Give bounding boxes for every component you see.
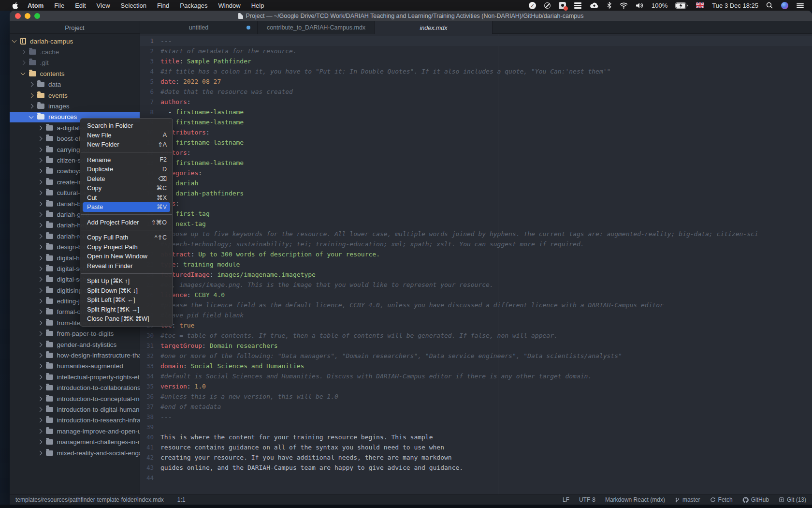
chevron-right-icon[interactable] [37, 342, 42, 347]
zoom-button[interactable] [34, 13, 40, 19]
git-branch-indicator[interactable]: master [675, 496, 700, 503]
code-line[interactable]: 29toc: true [140, 320, 812, 330]
code-line[interactable]: 17tags: [140, 198, 812, 209]
chevron-right-icon[interactable] [37, 136, 42, 141]
code-line[interactable]: 43guides online, and the DARIAH-Campus t… [140, 463, 812, 473]
editor-tab[interactable]: index.mdx [375, 21, 493, 34]
chevron-right-icon[interactable] [37, 255, 42, 260]
chevron-right-icon[interactable] [37, 179, 42, 184]
context-menu-item-search-in-folder[interactable]: Search in Folder [80, 121, 173, 131]
tree-item-dariah-campus[interactable]: dariah-campus [10, 36, 140, 46]
code-line[interactable]: 15 - dariah [140, 178, 812, 188]
bluetooth-icon[interactable] [605, 0, 614, 11]
context-menu-item-open-in-new-window[interactable]: Open in New Window [80, 252, 173, 261]
code-line[interactable]: 19 - next-tag [140, 219, 812, 229]
context-menu-item-copy-full-path[interactable]: Copy Full Path^⇧C [80, 233, 173, 242]
context-menu-item-close-pane-k-w[interactable]: Close Pane [⌘K ⌘W] [80, 314, 173, 324]
code-line[interactable]: 25#eg, images/image.png. This is the ima… [140, 280, 812, 290]
chevron-right-icon[interactable] [29, 93, 34, 98]
code-line[interactable]: 42creating your resource. If you have ad… [140, 452, 812, 463]
status-check-icon[interactable]: ✓ [526, 0, 538, 11]
chevron-right-icon[interactable] [37, 234, 42, 239]
context-menu-item-split-right-k[interactable]: Split Right [⌘K →] [80, 305, 173, 314]
code-line[interactable]: 2#start of metadata for the resource. [140, 46, 812, 56]
code-line[interactable]: 20#choose up to five keywords for the re… [140, 229, 812, 239]
menu-bar-item-file[interactable]: File [49, 0, 70, 11]
menu-bar-item-packages[interactable]: Packages [174, 0, 213, 11]
context-menu-item-rename[interactable]: RenameF2 [80, 155, 173, 165]
chevron-right-icon[interactable] [37, 266, 42, 271]
notification-center-icon[interactable] [794, 0, 806, 11]
code-line[interactable]: 27#please the licence field as the defau… [140, 300, 812, 310]
wifi-icon[interactable] [617, 0, 630, 11]
code-editor[interactable]: 1---2#start of metadata for the resource… [140, 34, 812, 494]
chevron-right-icon[interactable] [37, 396, 42, 401]
git-changes-indicator[interactable]: Git (13) [779, 496, 806, 503]
code-line[interactable]: 8 - firstname-lastname [140, 107, 812, 117]
context-menu-item-split-down-k[interactable]: Split Down [⌘K ↓] [80, 286, 173, 296]
code-line[interactable]: 12editors: [140, 148, 812, 158]
code-line[interactable]: 10contributors: [140, 127, 812, 137]
code-line[interactable]: 26licence: CCBY 4.0 [140, 290, 812, 300]
tree-item-images[interactable]: images [10, 101, 140, 111]
context-menu-item-delete[interactable]: Delete⌫ [80, 174, 173, 184]
tree-item-from-paper-to-digits[interactable]: from-paper-to-digits [10, 329, 140, 339]
chevron-right-icon[interactable] [37, 169, 42, 174]
do-not-disturb-icon[interactable] [542, 0, 553, 11]
chevron-right-icon[interactable] [37, 386, 42, 390]
cloud-upload-icon[interactable] [587, 0, 601, 11]
code-line[interactable]: 28#leave pid field blank [140, 310, 812, 320]
context-menu-item-new-file[interactable]: New FileA [80, 131, 173, 140]
tree-item-introduction-to-research-infrastru[interactable]: introduction-to-research-infrastru [10, 415, 140, 426]
menu-bar-item-help[interactable]: Help [246, 0, 270, 11]
menu-bar-item-atom[interactable]: Atom [22, 0, 49, 11]
tree-item-contents[interactable]: contents [10, 68, 140, 79]
tree-item-cache[interactable]: .cache [10, 46, 140, 57]
tree-item-management-challenges-in-resea[interactable]: management-challenges-in-resea [10, 436, 140, 447]
code-line[interactable]: 32#one or more of the following: "Data m… [140, 351, 812, 361]
code-line[interactable]: 38--- [140, 412, 812, 422]
tree-item-introduction-to-collaborations-in-[interactable]: introduction-to-collaborations-in- [10, 383, 140, 393]
code-line[interactable]: 37#end of metadata [140, 402, 812, 412]
podcast-notification-icon[interactable] [556, 0, 568, 11]
chevron-right-icon[interactable] [37, 223, 42, 228]
menu-bar-item-edit[interactable]: Edit [70, 0, 91, 11]
chevron-down-icon[interactable] [29, 114, 34, 119]
code-line[interactable]: 21#speech-technology; sustainability; te… [140, 239, 812, 249]
tree-item-data[interactable]: data [10, 79, 140, 90]
chevron-right-icon[interactable] [37, 364, 42, 369]
tree-item-how-design-infrastructure-that-co[interactable]: how-design-infrastructure-that-co [10, 350, 140, 360]
chevron-right-icon[interactable] [37, 429, 42, 433]
chevron-right-icon[interactable] [37, 353, 42, 358]
code-line[interactable]: 34#default is Social Sciences and Humani… [140, 371, 812, 381]
code-line[interactable]: 30#toc = table of contents. If true, the… [140, 330, 812, 341]
line-ending-indicator[interactable]: LF [563, 496, 569, 503]
chevron-right-icon[interactable] [37, 331, 42, 336]
encoding-indicator[interactable]: UTF-8 [579, 496, 595, 503]
chevron-right-icon[interactable] [37, 320, 42, 325]
code-line[interactable]: 44 [140, 473, 812, 483]
menu-bar-item-window[interactable]: Window [213, 0, 246, 11]
apple-menu-icon[interactable] [8, 2, 22, 9]
chevron-right-icon[interactable] [37, 418, 42, 423]
tree-item-manage-improve-and-open-up-yc[interactable]: manage-improve-and-open-up-yc [10, 426, 140, 436]
context-menu-item-copy[interactable]: Copy⌘C [80, 183, 173, 193]
code-line[interactable]: 14categories: [140, 168, 812, 178]
tree-item-intellectual-property-rights-ethica[interactable]: intellectual-property-rights-ethica [10, 372, 140, 382]
git-fetch-button[interactable]: Fetch [710, 496, 733, 503]
tree-item-gender-and-stylistics[interactable]: gender-and-stylistics [10, 339, 140, 350]
menu-bar-item-find[interactable]: Find [152, 0, 174, 11]
editor-tab[interactable]: untitled [140, 21, 258, 34]
tree-item-events[interactable]: events [10, 90, 140, 101]
chevron-right-icon[interactable] [20, 60, 25, 65]
context-menu-item-cut[interactable]: Cut⌘X [80, 193, 173, 203]
editor-tab[interactable]: contribute_to_DARIAH-Campus.mdx [258, 21, 375, 34]
chevron-right-icon[interactable] [37, 201, 42, 206]
code-line[interactable]: 22abstract: Up to 300 words of descripti… [140, 249, 812, 259]
chevron-right-icon[interactable] [37, 310, 42, 314]
code-line[interactable]: 6#date that the resource was created [140, 87, 812, 97]
code-line[interactable]: 4#if title has a colon in it, you have t… [140, 66, 812, 76]
code-line[interactable]: 41resource contains guidance on all of t… [140, 442, 812, 452]
code-line[interactable]: 13 - firstname-lastname [140, 158, 812, 168]
code-line[interactable]: 40This is where the content for your tra… [140, 432, 812, 442]
